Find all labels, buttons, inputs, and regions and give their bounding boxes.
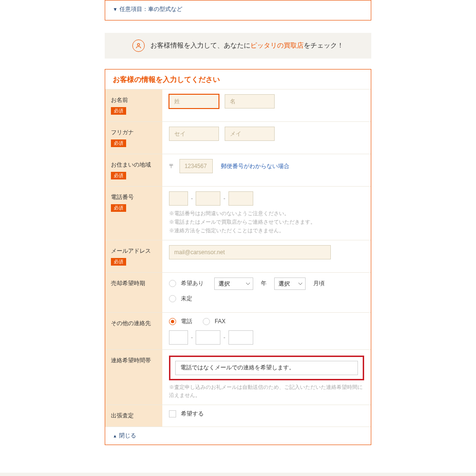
- label-name: お名前: [111, 96, 157, 104]
- radio-sale-has[interactable]: [169, 280, 176, 287]
- dash-icon: -: [191, 334, 193, 341]
- input-kana-mei[interactable]: [225, 127, 275, 141]
- optional-items-box: 任意項目：車の型式など: [105, 0, 371, 20]
- required-badge: 必須: [111, 258, 126, 266]
- year-suffix: 年: [261, 279, 267, 288]
- info-banner: お客様情報を入力して、あなたにピッタリの買取店をチェック！: [105, 33, 371, 59]
- related-sites-section: 中古車情報カーセンサーnet関連サイト 中古車情報ならカーセンサー | 中古車リ…: [0, 473, 476, 476]
- radio-sale-has-label: 希望あり: [181, 279, 204, 288]
- radio-sale-none-label: 未定: [181, 295, 192, 303]
- contact-wish-note-1: ※査定申し込みのお礼メールは自動送信のため、ご記入いただいた連絡希望時間に沿えま…: [169, 383, 364, 400]
- label-region: お住まいの地域: [111, 161, 157, 169]
- radio-other-tel-label: 電話: [181, 317, 192, 326]
- required-badge: 必須: [111, 107, 126, 115]
- checkbox-onsite-label: 希望する: [181, 410, 204, 417]
- tel-note-2: ※電話またはメールで買取店からご連絡させていただきます。: [169, 218, 364, 227]
- person-icon: [132, 40, 145, 52]
- dash-icon: -: [191, 195, 193, 202]
- input-other-3[interactable]: [228, 330, 253, 345]
- input-tel-2[interactable]: [196, 191, 220, 206]
- required-badge: 必須: [111, 204, 126, 212]
- label-other-contact: その他の連絡先: [111, 319, 157, 327]
- month-suffix: 月頃: [313, 279, 325, 288]
- checkbox-onsite[interactable]: [169, 410, 176, 417]
- contact-wish-highlight-box: [169, 356, 364, 380]
- banner-text-post: をチェック！: [304, 41, 344, 49]
- form-close-toggle[interactable]: 閉じる: [105, 426, 371, 445]
- input-other-2[interactable]: [196, 330, 220, 345]
- input-kana-sei[interactable]: [169, 127, 219, 141]
- label-sale-time: 売却希望時期: [111, 279, 157, 288]
- radio-other-fax-label: FAX: [215, 318, 226, 325]
- required-badge: 必須: [111, 172, 126, 179]
- input-email[interactable]: [169, 245, 331, 259]
- radio-other-fax[interactable]: [203, 318, 210, 325]
- label-email: メールアドレス: [111, 247, 157, 255]
- input-tel-1[interactable]: [169, 191, 188, 206]
- banner-text-highlight: ピッタリの買取店: [250, 41, 304, 49]
- zip-unknown-link[interactable]: 郵便番号がわからない場合: [221, 163, 289, 169]
- required-badge: 必須: [111, 139, 126, 147]
- input-contact-wish[interactable]: [175, 361, 358, 375]
- radio-sale-none[interactable]: [169, 295, 176, 302]
- label-tel: 電話番号: [111, 193, 157, 201]
- input-name-mei[interactable]: [225, 94, 275, 109]
- optional-items-toggle[interactable]: 任意項目：車の型式など: [113, 5, 182, 13]
- svg-point-0: [138, 43, 140, 46]
- label-kana: フリガナ: [111, 129, 157, 137]
- zip-prefix: 〒: [169, 163, 175, 169]
- select-sale-year[interactable]: 選択: [214, 278, 253, 290]
- input-other-1[interactable]: [169, 330, 188, 345]
- tel-note-1: ※電話番号はお間違いのないようご注意ください。: [169, 209, 364, 218]
- tel-note-3: ※連絡方法をご指定いただくことはできません。: [169, 227, 364, 235]
- select-sale-month[interactable]: 選択: [274, 278, 306, 290]
- radio-other-tel[interactable]: [169, 318, 176, 325]
- banner-text-pre: お客様情報を入力して、あなたに: [150, 41, 250, 49]
- label-contact-wish: 連絡希望時間帯: [111, 357, 157, 365]
- input-name-sei[interactable]: [169, 94, 219, 109]
- label-onsite: 出張査定: [111, 412, 157, 420]
- input-zip[interactable]: [179, 159, 213, 173]
- input-tel-3[interactable]: [228, 191, 253, 206]
- form-title: お客様の情報を入力してください: [105, 69, 371, 89]
- customer-form-box: お客様の情報を入力してください お名前 必須: [105, 69, 371, 445]
- dash-icon: -: [223, 195, 225, 202]
- dash-icon: -: [223, 334, 225, 341]
